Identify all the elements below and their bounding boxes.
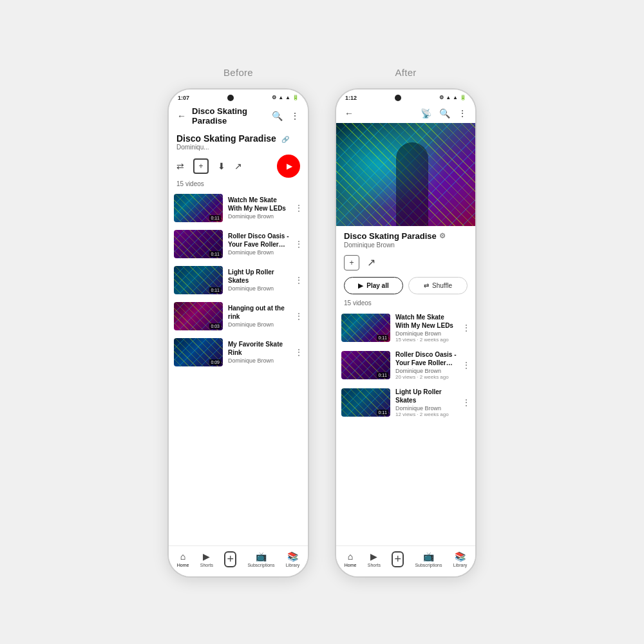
after-add-icon[interactable]: + [344,255,359,270]
after-play-all-label: Play all [366,282,388,289]
before-video-title-5: My Favorite Skate Rink [228,340,290,357]
before-duration-2: 0:11 [209,251,221,257]
before-bottom-nav: ⌂ Home ▶ Shorts + 📺 Subscriptions 📚 Libr… [169,545,308,576]
before-subs-icon: 📺 [256,551,267,562]
before-phone: 1:07 ⚙▲▲🔋 ← Disco Skating Paradise 🔍 ⋮ D… [167,88,309,578]
after-shuffle-button[interactable]: ⇄ Shuffle [408,277,468,294]
before-back-icon[interactable]: ← [175,109,188,123]
before-nav-create[interactable]: + [224,551,236,567]
after-video-info-2: Roller Disco Oasis - Your Fave Roller Di… [395,350,457,380]
before-video-title-3: Light Up Roller Skates [228,268,290,285]
after-playlist-author: Dominique Brown [344,242,468,249]
after-thumb-2-overlay: 0:11 [341,351,390,379]
before-nav-subs[interactable]: 📺 Subscriptions [247,551,274,567]
before-playlist-title: Disco Skating Paradise 🔗 [176,133,300,144]
before-library-icon: 📚 [287,551,298,562]
after-video-author-2: Dominique Brown [395,368,457,374]
after-play-all-button[interactable]: ▶ Play all [344,277,403,294]
before-thumb-5: 0:09 [174,338,223,366]
after-hero-figure [396,142,428,226]
before-video-author-5: Dominique Brown [228,357,290,364]
after-video-author-1: Dominique Brown [395,330,457,337]
before-thumb-2-overlay: 0:11 [174,230,223,258]
after-status-icons: ⚙▲▲🔋 [439,95,466,100]
after-duration-1: 0:11 [377,335,388,341]
after-more-2[interactable]: ⋮ [462,361,470,370]
after-verified-icon: ⚙ [439,232,446,240]
after-nav-library[interactable]: 📚 Library [453,551,467,567]
after-nav-subs[interactable]: 📺 Subscriptions [415,551,442,567]
before-more-5[interactable]: ⋮ [295,348,303,357]
before-shorts-icon: ▶ [203,551,210,562]
before-nav-shorts[interactable]: ▶ Shorts [200,551,213,567]
before-home-label: Home [177,563,189,567]
before-more-1[interactable]: ⋮ [295,204,303,213]
before-share-icon[interactable]: ↗ [234,161,242,171]
before-video-author-3: Dominique Brown [228,285,290,292]
before-nav-home[interactable]: ⌂ Home [177,551,189,567]
after-more-1[interactable]: ⋮ [462,323,470,332]
after-subs-icon: 📺 [423,551,434,562]
before-more-icon[interactable]: ⋮ [289,109,301,123]
after-home-label: Home [345,563,357,567]
before-more-3[interactable]: ⋮ [295,276,303,285]
before-download-icon[interactable]: ⬇ [218,161,225,171]
after-nav-bar: ← 📡 🔍 ⋮ [336,104,475,123]
after-shuffle-label: Shuffle [432,282,452,289]
after-video-meta-1: 15 views · 2 weeks ago [395,337,457,343]
after-videos-count: 15 videos [336,298,475,309]
before-action-row: ⇄ + ⬇ ↗ [169,153,308,179]
before-status-icons: ⚙▲▲🔋 [272,95,299,100]
before-thumb-3: 0:11 [174,266,223,294]
after-video-item-3: 0:11 Light Up Roller Skates Dominique Br… [336,384,475,421]
before-video-item-1: 0:11 Watch Me Skate With My New LEDs Dom… [169,190,308,226]
before-thumb-4: 0:03 [174,302,223,330]
before-play-button[interactable] [277,155,300,178]
before-add-icon[interactable]: + [193,158,209,174]
before-link-icon: 🔗 [281,136,289,143]
after-cast-icon[interactable]: 📡 [419,106,433,120]
after-video-item-1: 0:11 Watch Me Skate With My New LEDs Dom… [336,309,475,346]
before-more-4[interactable]: ⋮ [295,312,303,321]
before-search-icon[interactable]: 🔍 [270,109,285,123]
after-video-info-1: Watch Me Skate With My New LEDs Dominiqu… [395,313,457,343]
after-video-meta-2: 20 views · 2 weeks ago [395,374,457,380]
after-video-title-2: Roller Disco Oasis - Your Fave Roller Di… [395,350,457,367]
before-playlist-author: Dominiqu... [176,144,300,151]
after-video-title-1: Watch Me Skate With My New LEDs [395,313,457,330]
after-back-icon[interactable]: ← [343,106,355,120]
before-thumb-4-overlay: 0:03 [174,302,223,330]
before-more-2[interactable]: ⋮ [295,240,303,249]
before-video-author-2: Dominique Brown [228,249,290,256]
before-nav-library[interactable]: 📚 Library [286,551,299,567]
after-share-icon[interactable]: ↗ [367,256,375,269]
after-hero-image [336,123,475,226]
before-label: Before [223,67,253,78]
before-duration-5: 0:09 [209,359,221,365]
after-thumb-1-overlay: 0:11 [341,314,390,342]
before-video-info-4: Hanging out at the rink Dominique Brown [228,304,290,328]
after-camera [395,95,401,101]
after-nav-create[interactable]: + [392,551,404,567]
before-shuffle-icon[interactable]: ⇄ [176,161,184,171]
after-duration-3: 0:11 [377,410,388,415]
after-nav-shorts[interactable]: ▶ Shorts [368,551,381,567]
after-playlist-title: Disco Skating Paradise ⚙ [344,231,468,241]
after-time: 1:12 [345,95,357,101]
after-column: After 1:12 ⚙▲▲🔋 ← 📡 🔍 ⋮ [335,67,477,578]
before-video-info-2: Roller Disco Oasis - Your Fave Roller Di… [228,232,290,256]
before-thumb-1-overlay: 0:11 [174,194,223,222]
after-video-title-3: Light Up Roller Skates [395,388,457,404]
before-video-item-4: 0:03 Hanging out at the rink Dominique B… [169,298,308,334]
after-search-icon[interactable]: 🔍 [437,106,452,120]
after-nav-home[interactable]: ⌂ Home [345,551,357,567]
after-action-row: + ↗ [336,251,475,274]
before-camera [227,95,234,101]
after-more-icon[interactable]: ⋮ [456,106,469,120]
after-shuffle-icon: ⇄ [424,282,429,289]
before-nav-bar: ← Disco Skating Paradise 🔍 ⋮ [169,104,308,128]
after-more-3[interactable]: ⋮ [462,398,470,407]
after-library-icon: 📚 [455,551,466,562]
before-video-author-1: Dominique Brown [228,213,290,220]
after-shorts-icon: ▶ [370,551,377,562]
